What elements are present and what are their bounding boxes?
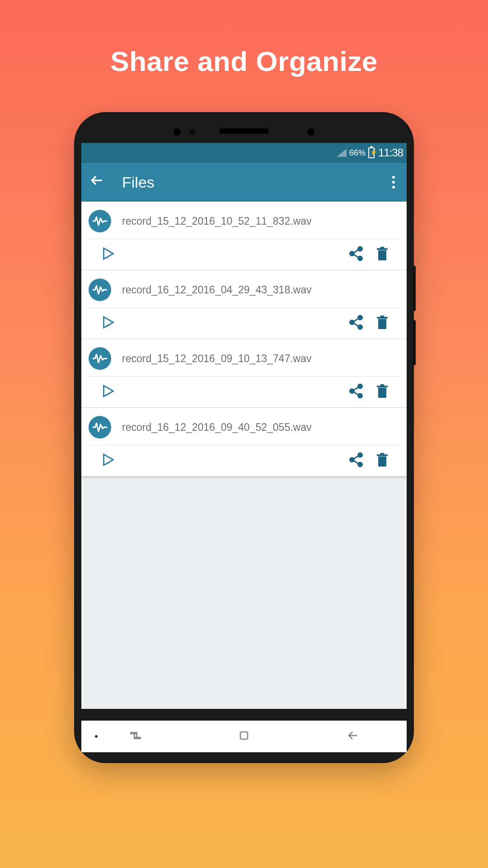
svg-point-28 [350,389,354,393]
waveform-icon [89,416,111,439]
overflow-menu-button[interactable] [389,176,399,189]
page-title: Files [122,174,389,191]
phone-screen: 66% ⚡ 11:38 Files record_15_12_2016_10_5… [81,143,407,709]
svg-rect-11 [380,247,385,248]
file-list: record_15_12_2016_10_52_11_832.wav [81,202,407,476]
share-button[interactable] [348,245,364,262]
delete-button[interactable] [374,452,390,468]
play-button[interactable] [100,383,117,399]
nav-indicator-dot [95,735,98,738]
svg-point-14 [107,326,108,327]
phone-frame: 66% ⚡ 11:38 Files record_15_12_2016_10_5… [74,112,414,763]
file-name: record_15_12_2016_10_52_11_832.wav [122,215,311,227]
back-nav-button[interactable] [345,728,360,745]
svg-point-39 [350,458,354,462]
home-nav-button[interactable] [237,728,251,745]
file-name: record_16_12_2016_09_40_52_055.wav [122,421,311,434]
back-button[interactable] [89,173,104,192]
svg-rect-45 [240,732,248,739]
svg-rect-44 [380,453,385,454]
svg-line-9 [354,255,358,257]
share-button[interactable] [348,314,364,330]
phone-speaker-area [74,122,414,140]
svg-point-3 [107,257,108,258]
recents-nav-button[interactable] [128,728,143,745]
delete-button[interactable] [374,383,390,399]
svg-line-19 [354,319,358,321]
svg-marker-34 [104,454,113,465]
file-item[interactable]: record_16_12_2016_04_29_43_318.wav [81,270,407,339]
file-item[interactable]: record_16_12_2016_09_40_52_055.wav [81,408,407,476]
svg-rect-22 [380,316,385,317]
svg-marker-1 [104,248,113,259]
svg-point-38 [358,453,362,457]
waveform-icon [89,347,111,370]
svg-point-26 [109,394,110,395]
app-bar: Files [81,163,407,202]
volume-down-button [413,320,416,365]
status-bar: 66% ⚡ 11:38 [81,143,407,163]
file-name: record_15_12_2016_09_10_13_747.wav [122,353,311,365]
waveform-icon [89,210,111,232]
svg-line-31 [354,392,358,395]
svg-point-36 [107,463,108,464]
battery-percentage: 66% [349,148,366,158]
file-name: record_16_12_2016_04_29_43_318.wav [122,284,311,296]
svg-marker-23 [104,386,113,396]
promo-title: Share and Organize [0,45,488,77]
delete-button[interactable] [374,314,390,330]
svg-point-37 [109,463,110,464]
svg-point-7 [358,256,362,260]
svg-marker-12 [104,317,113,328]
file-item[interactable]: record_15_12_2016_09_10_13_747.wav [81,339,407,408]
status-time: 11:38 [378,146,403,159]
svg-point-2 [105,258,106,259]
play-button[interactable] [100,452,117,468]
svg-line-42 [354,461,358,463]
delete-button[interactable] [374,245,390,262]
svg-point-6 [350,252,354,256]
svg-point-15 [109,326,110,326]
svg-point-24 [105,396,106,396]
svg-line-20 [354,323,358,326]
svg-point-4 [109,257,110,258]
svg-line-8 [354,250,358,253]
svg-rect-43 [377,454,388,456]
volume-up-button [413,266,416,311]
android-nav-bar [81,721,407,752]
battery-icon: ⚡ [368,147,375,158]
file-item[interactable]: record_15_12_2016_10_52_11_832.wav [81,202,407,270]
svg-point-29 [358,394,362,398]
share-button[interactable] [348,452,364,468]
svg-point-18 [358,325,362,329]
waveform-icon [89,278,111,301]
svg-point-35 [105,464,106,465]
play-button[interactable] [100,314,117,330]
svg-point-40 [358,462,362,467]
svg-point-17 [350,321,354,325]
signal-icon [337,149,347,157]
svg-rect-32 [377,386,388,387]
svg-point-25 [107,395,108,396]
svg-line-30 [354,387,358,390]
svg-point-13 [105,327,106,328]
svg-line-41 [354,456,358,459]
share-button[interactable] [348,383,364,399]
svg-rect-21 [377,317,388,319]
svg-point-5 [358,247,362,251]
svg-rect-33 [380,384,385,386]
svg-point-27 [358,384,362,388]
svg-point-16 [358,316,362,320]
svg-rect-10 [377,248,388,250]
play-button[interactable] [100,245,117,262]
